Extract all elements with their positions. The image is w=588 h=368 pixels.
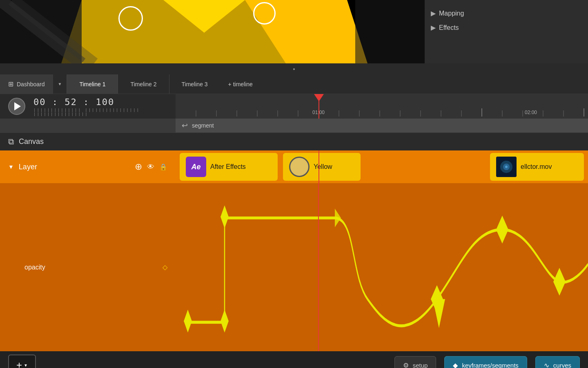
mov-thumbnail	[496, 157, 517, 177]
timecode-display: 00 : 52 : 100	[33, 97, 167, 107]
bottom-toolbar: + ▼ ⚙ setup ◆ keyframes/segments ∿ curve…	[0, 351, 588, 368]
clip-yellow[interactable]: Yellow	[283, 153, 361, 181]
timeline3-label: Timeline 3	[182, 81, 208, 88]
tabs-bar: ⊞ Dashboard ▼ Timeline 1 Timeline 2 Time…	[0, 74, 588, 94]
ruler[interactable]: 01:00 02:00	[176, 94, 588, 119]
divider: ●	[0, 63, 588, 74]
timeline-container: 00 : 52 : 100 |||||||||||||| |||||||||||…	[0, 94, 588, 351]
mapping-section[interactable]: ▶ Mapping	[431, 6, 582, 20]
segment-row: ↩ segment	[0, 119, 588, 132]
svg-marker-37	[433, 299, 445, 328]
svg-rect-32	[184, 310, 192, 332]
opacity-row: opacity ◇	[0, 183, 588, 351]
play-icon	[14, 102, 21, 110]
preview-video	[0, 0, 425, 63]
canvas-title: Canvas	[19, 137, 44, 146]
segment-label: segment	[192, 122, 214, 129]
preview-area: ▶ Mapping ▶ Effects	[0, 0, 588, 63]
yellow-circle-icon	[289, 157, 310, 177]
curves-wave-icon: ∿	[544, 361, 549, 368]
ruler-playhead-line	[318, 94, 319, 119]
keyframe-curve	[176, 183, 588, 351]
segment-icon: ↩	[182, 121, 188, 130]
layer-visibility-icon[interactable]: 👁	[147, 163, 154, 171]
tab-add[interactable]: + timeline	[220, 81, 261, 88]
timecode-sep2: :	[83, 97, 96, 107]
transport-row: 00 : 52 : 100 |||||||||||||| |||||||||||…	[0, 94, 588, 119]
timeline1-label: Timeline 1	[79, 81, 105, 88]
ae-icon: Ae	[186, 157, 206, 177]
keyframes-button[interactable]: ◆ keyframes/segments	[444, 356, 527, 368]
effects-label: Effects	[439, 24, 459, 31]
svg-marker-33	[335, 209, 341, 227]
keyframes-diamond-icon: ◆	[453, 361, 458, 368]
timeline2-label: Timeline 2	[130, 81, 156, 88]
setup-gear-icon: ⚙	[403, 361, 409, 368]
clip-mov-label: ellctor.mov	[521, 163, 552, 171]
svg-rect-31	[220, 310, 229, 332]
add-button[interactable]: + ▼	[8, 355, 36, 368]
add-dropdown-icon: ▼	[24, 363, 28, 368]
layer-collapse-icon[interactable]: ▼	[8, 164, 14, 170]
timecode-frames: 100	[96, 97, 115, 107]
tab-timeline2[interactable]: Timeline 2	[118, 74, 169, 94]
segment-label-area	[0, 119, 176, 132]
canvas-label-area: ⧉ Canvas	[0, 137, 176, 146]
opacity-track	[176, 183, 588, 351]
right-panel: ▶ Mapping ▶ Effects	[425, 0, 588, 63]
timecode-sub: |||||||||||||| |||||||||||||||| ||||||||…	[33, 108, 167, 116]
canvas-layers-icon: ⧉	[8, 137, 14, 146]
layer-add-icon[interactable]: ⊕	[135, 162, 142, 172]
ruler-marker-2: 02:00	[525, 110, 537, 115]
opacity-label: opacity	[8, 264, 163, 271]
clip-yellow-label: Yellow	[314, 163, 332, 171]
opacity-label-area: opacity ◇	[0, 183, 176, 351]
mapping-label: Mapping	[439, 10, 464, 17]
curves-button[interactable]: ∿ curves	[535, 356, 580, 368]
setup-label: setup	[413, 362, 428, 368]
clip-after-effects[interactable]: Ae After Effects	[180, 153, 278, 181]
timecode-minutes: 52	[65, 97, 77, 107]
canvas-row: ⧉ Canvas	[0, 132, 588, 150]
svg-rect-30	[220, 205, 229, 228]
opacity-keyframe-icon[interactable]: ◇	[163, 263, 167, 271]
tab-timeline1[interactable]: Timeline 1	[67, 74, 118, 94]
preview-circle-right	[253, 2, 276, 25]
layer-icons: ⊕ 👁 🔒	[135, 162, 167, 172]
svg-marker-35	[496, 215, 508, 243]
dashboard-label: Dashboard	[17, 81, 45, 88]
playhead-triangle	[314, 94, 324, 101]
clip-mov[interactable]: ellctor.mov	[490, 153, 584, 181]
clip-ae-label: After Effects	[210, 163, 246, 171]
keyframes-label: keyframes/segments	[462, 362, 518, 368]
setup-button[interactable]: ⚙ setup	[394, 356, 437, 368]
svg-point-29	[505, 166, 508, 168]
tab-dashboard[interactable]: ⊞ Dashboard	[0, 74, 53, 94]
layer-row: ▼ Layer ⊕ 👁 🔒 Ae After Effects Yellow	[0, 150, 588, 183]
preview-circle-left	[118, 6, 143, 31]
timecode-hours: 00	[33, 97, 46, 107]
layer-controls: ▼ Layer ⊕ 👁 🔒	[0, 150, 176, 183]
tab-dropdown-btn[interactable]: ▼	[53, 82, 67, 86]
play-button[interactable]	[8, 98, 25, 115]
curves-label: curves	[553, 362, 571, 368]
layer-track: Ae After Effects Yellow	[176, 150, 588, 183]
mapping-arrow-icon: ▶	[431, 9, 436, 17]
effects-section[interactable]: ▶ Effects	[431, 20, 582, 35]
dashboard-grid-icon: ⊞	[8, 80, 13, 88]
add-plus-icon: +	[16, 359, 22, 368]
layer-lock-icon[interactable]: 🔒	[159, 163, 167, 171]
transport-controls: 00 : 52 : 100 |||||||||||||| |||||||||||…	[0, 97, 176, 116]
segment-track: ↩ segment	[176, 119, 588, 132]
effects-arrow-icon: ▶	[431, 24, 436, 31]
svg-rect-4	[355, 0, 425, 63]
timecode-sep1: :	[52, 97, 65, 107]
add-timeline-label: + timeline	[228, 81, 253, 88]
tab-timeline3[interactable]: Timeline 3	[169, 74, 220, 94]
svg-marker-36	[553, 268, 566, 296]
layer-title: Layer	[19, 163, 130, 171]
